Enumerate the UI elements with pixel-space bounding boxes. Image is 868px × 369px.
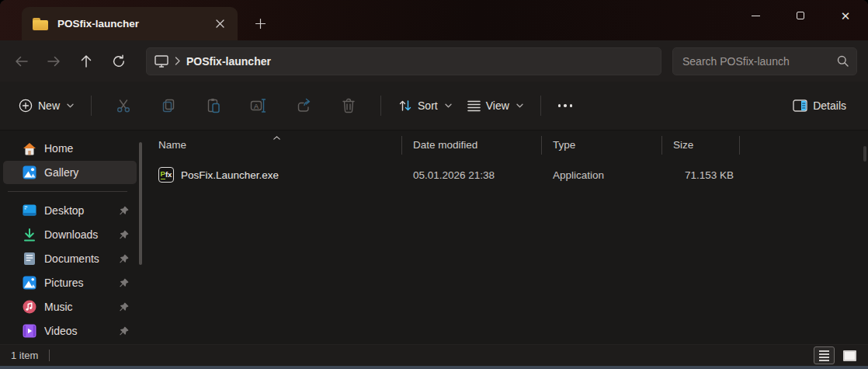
back-button[interactable] [6,47,36,75]
main-area: Home Gallery Desktop Download [0,131,868,344]
search-input[interactable] [682,55,837,68]
breadcrumb-path[interactable]: POSfix-launcher [186,55,271,68]
share-button[interactable] [285,90,322,121]
this-pc-icon [155,55,168,68]
sort-ascending-icon [273,131,280,142]
up-button[interactable] [71,47,101,75]
sidebar-scrollbar[interactable] [139,142,142,265]
column-header-row: Name Date modified Type Size [148,131,868,159]
arrow-up-icon [79,54,93,68]
refresh-button[interactable] [104,47,134,75]
command-toolbar: New A Sort View [0,82,868,131]
column-header-size[interactable]: Size [662,131,740,159]
trash-icon [342,98,356,113]
rename-icon: A [250,98,267,113]
search-box[interactable] [672,47,857,75]
breadcrumb-chevron-icon [175,57,180,65]
column-label: Size [673,139,693,151]
copy-button[interactable] [150,90,187,121]
sidebar-item-documents[interactable]: Documents [3,247,137,270]
cut-button[interactable] [105,90,142,121]
file-type-cell: Application [542,169,662,181]
details-view-toggle[interactable] [814,346,835,364]
status-bar: 1 item [0,344,868,366]
sidebar-item-desktop[interactable]: Desktop [3,199,137,222]
explorer-tab[interactable]: POSfix-launcher [22,7,238,40]
maximize-button[interactable] [778,0,823,31]
folder-icon [33,18,48,30]
pin-icon [119,302,129,312]
view-button[interactable]: View [460,90,531,121]
file-name-cell[interactable]: Pfx PosFix.Launcher.exe [148,167,402,183]
column-header-name[interactable]: Name [148,131,402,159]
new-button-label: New [38,99,60,112]
sidebar-item-label: Music [44,301,119,313]
view-button-label: View [486,99,509,112]
sort-button[interactable]: Sort [391,90,460,121]
details-pane-button[interactable]: Details [785,90,854,121]
minimize-button[interactable] [733,0,778,31]
arrow-left-icon [14,54,29,68]
sidebar-item-label: Downloads [44,228,119,241]
close-window-button[interactable]: ✕ [823,0,868,31]
column-header-stub [740,131,868,159]
address-bar[interactable]: POSfix-launcher [146,47,661,75]
chevron-down-icon [67,103,74,108]
ellipsis-icon [558,104,573,107]
plus-icon [255,19,266,29]
file-row-posfix-launcher-exe[interactable]: Pfx PosFix.Launcher.exe 05.01.2026 21:38… [148,162,868,188]
sidebar-item-label: Gallery [44,166,137,179]
forward-button[interactable] [39,47,68,75]
minimize-icon [752,16,760,16]
status-divider [49,350,50,361]
content-scrollbar[interactable] [863,146,866,162]
sidebar-item-pictures[interactable]: Pictures [3,271,137,294]
toolbar-divider [380,96,381,116]
rename-button[interactable]: A [240,90,277,121]
column-header-type[interactable]: Type [542,131,662,159]
large-icons-view-icon [843,350,856,361]
file-date-cell: 05.01.2026 21:38 [402,169,542,181]
see-more-button[interactable] [550,90,581,121]
sidebar-item-label: Pictures [44,277,119,289]
details-pane-icon [793,99,807,112]
large-icons-view-toggle[interactable] [839,346,860,364]
delete-button[interactable] [330,90,367,121]
sidebar-divider [8,191,127,192]
sidebar-item-music[interactable]: Music [3,295,137,319]
details-view-icon [819,350,829,361]
sidebar-item-label: Documents [44,252,119,265]
pin-icon [119,230,129,240]
navigation-bar: POSfix-launcher [0,40,868,82]
column-label: Name [158,139,186,151]
pin-icon [119,206,129,216]
tab-title: POSfix-launcher [57,18,210,30]
details-button-label: Details [813,99,846,112]
pin-icon [119,278,129,288]
window-bottom-edge [0,366,868,369]
sidebar-item-videos[interactable]: Videos [3,319,137,343]
new-tab-button[interactable] [248,12,272,34]
tab-close-button[interactable] [210,14,230,34]
sidebar-item-label: Home [44,142,137,155]
sidebar-item-home[interactable]: Home [3,137,137,160]
copy-icon [161,98,176,113]
file-list-pane: Name Date modified Type Size [148,131,868,344]
sidebar-item-downloads[interactable]: Downloads [3,223,137,246]
pin-icon [119,254,129,264]
paste-icon [206,98,221,113]
chevron-down-icon [516,103,523,108]
music-icon [23,300,36,314]
gallery-icon [23,165,36,179]
desktop-icon [23,204,36,218]
new-button[interactable]: New [11,90,82,121]
window-controls: ✕ [733,0,868,31]
refresh-icon [112,54,126,68]
sidebar-item-gallery[interactable]: Gallery [3,161,137,184]
paste-button[interactable] [195,90,232,121]
videos-icon [23,324,36,338]
sidebar-item-label: Desktop [44,204,119,217]
column-header-date-modified[interactable]: Date modified [402,131,542,159]
sidebar: Home Gallery Desktop Download [0,131,148,344]
downloads-icon [23,228,36,242]
